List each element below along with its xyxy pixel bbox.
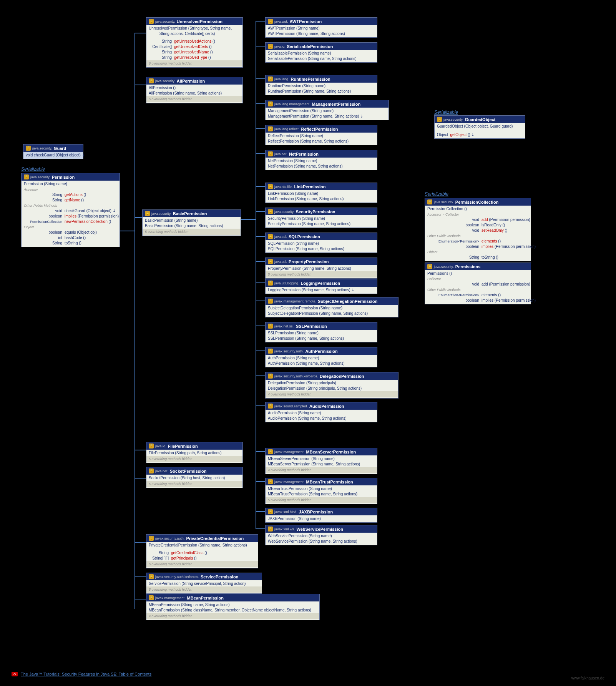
constructor[interactable]: MBeanTrustPermission (String name, Strin… bbox=[266, 492, 377, 497]
class-name[interactable]: ManagementPermission bbox=[312, 102, 361, 106]
constructor[interactable]: LoggingPermission (String name, String a… bbox=[266, 287, 377, 293]
constructor[interactable]: MBeanServerPermission (String name) bbox=[266, 456, 377, 462]
class-name[interactable]: Permissions bbox=[455, 264, 480, 269]
class-name[interactable]: DelegationPermission bbox=[320, 374, 364, 379]
constructor[interactable]: PermissionCollection () bbox=[425, 206, 531, 212]
constructor[interactable]: MBeanServerPermission (String name, Stri… bbox=[266, 462, 377, 467]
constructor[interactable]: AudioPermission (String name) bbox=[266, 410, 377, 416]
constructor[interactable]: FilePermission (String path, String acti… bbox=[146, 450, 242, 456]
constructor[interactable]: DelegationPermission (String principals,… bbox=[266, 386, 398, 391]
class-name[interactable]: SubjectDelegationPermission bbox=[318, 299, 377, 304]
method[interactable]: Certificate[]getUnresolvedCerts () bbox=[146, 44, 242, 50]
class-name[interactable]: PermissionCollection bbox=[455, 200, 498, 204]
constructor[interactable]: MBeanPermission (String name, String act… bbox=[146, 602, 319, 608]
constructor[interactable]: AuthPermission (String name, String acti… bbox=[266, 361, 377, 366]
constructor[interactable]: Permissions () bbox=[425, 271, 531, 276]
footer-link[interactable]: O The Java™ Tutorials: Security Features… bbox=[12, 672, 151, 676]
constructor[interactable]: MBeanTrustPermission (String name) bbox=[266, 486, 377, 492]
constructor[interactable]: WebServicePermission (String name, Strin… bbox=[266, 539, 377, 544]
class-name[interactable]: SSLPermission bbox=[296, 324, 327, 329]
method[interactable]: StringgetUnresolvedType () bbox=[146, 55, 242, 60]
method[interactable]: Enumeration<Permission>elements () bbox=[425, 292, 531, 298]
serializable-label[interactable]: Serializable bbox=[21, 166, 45, 172]
constructor[interactable]: ManagementPermission (String name) bbox=[266, 108, 389, 114]
serializable-label[interactable]: Serializable bbox=[434, 110, 458, 115]
constructor[interactable]: RuntimePermission (String name, String a… bbox=[266, 89, 377, 94]
class-name[interactable]: LinkPermission bbox=[294, 184, 326, 189]
constructor[interactable]: PrivateCredentialPermission (String name… bbox=[146, 543, 258, 548]
constructor[interactable]: SubjectDelegationPermission (String name… bbox=[266, 311, 398, 316]
method[interactable]: StringtoString () bbox=[22, 241, 120, 246]
constructor[interactable]: UnresolvedPermission (String type, Strin… bbox=[146, 26, 242, 37]
class-name[interactable]: MBeanServerPermission bbox=[306, 450, 356, 454]
method[interactable]: booleanequals (Object obj) bbox=[22, 230, 120, 235]
method[interactable]: booleanimplies (Permission permission) bbox=[425, 244, 531, 249]
constructor[interactable]: WebServicePermission (String name) bbox=[266, 533, 377, 539]
class-name[interactable]: BasicPermission bbox=[173, 211, 207, 216]
constructor[interactable]: NetPermission (String name, String actio… bbox=[266, 164, 377, 169]
constructor[interactable]: AudioPermission (String name, String act… bbox=[266, 416, 377, 421]
method[interactable]: StringgetName () bbox=[22, 198, 120, 203]
class-name[interactable]: WebServicePermission bbox=[297, 527, 343, 532]
class-name[interactable]: Permission bbox=[52, 175, 75, 179]
constructor[interactable]: AWTPermission (String name) bbox=[266, 26, 377, 31]
method[interactable]: booleanimplies (Permission permission) bbox=[22, 214, 120, 219]
class-name[interactable]: JAXBPermission bbox=[299, 510, 333, 514]
class-name[interactable]: ReflectPermission bbox=[301, 127, 338, 131]
constructor[interactable]: LinkPermission (String name, String acti… bbox=[266, 196, 377, 202]
class-name[interactable]: RuntimePermission bbox=[291, 77, 330, 81]
constructor[interactable]: MBeanPermission (String className, Strin… bbox=[146, 608, 319, 613]
constructor[interactable]: SSLPermission (String name) bbox=[266, 331, 377, 336]
constructor[interactable]: ReflectPermission (String name, String a… bbox=[266, 139, 377, 144]
constructor[interactable]: SerializablePermission (String name, Str… bbox=[266, 56, 377, 61]
method[interactable]: booleanisReadOnly () bbox=[425, 223, 531, 228]
class-name[interactable]: AuthPermission bbox=[305, 349, 337, 354]
class-name[interactable]: ServicePermission bbox=[201, 575, 238, 579]
class-name[interactable]: PropertyPermission bbox=[289, 259, 329, 264]
constructor[interactable]: AllPermission () bbox=[146, 85, 242, 91]
constructor[interactable]: GuardedObject (Object object, Guard guar… bbox=[435, 124, 525, 129]
method[interactable]: StringgetActions () bbox=[22, 192, 120, 198]
class-name[interactable]: AllPermission bbox=[177, 79, 205, 83]
constructor[interactable]: BasicPermission (String name) bbox=[143, 218, 241, 223]
constructor[interactable]: Permission (String name) bbox=[22, 181, 120, 187]
method[interactable]: void checkGuard (Object object) ⇣ bbox=[23, 153, 83, 158]
serializable-label[interactable]: Serializable bbox=[425, 191, 448, 197]
method[interactable]: booleanimplies (Permission permission) bbox=[425, 298, 531, 303]
constructor[interactable]: SocketPermission (String host, String ac… bbox=[146, 475, 242, 481]
constructor[interactable]: DelegationPermission (String principals) bbox=[266, 380, 398, 386]
constructor[interactable]: SecurityPermission (String name, String … bbox=[266, 221, 377, 227]
method[interactable]: voidadd (Permission permission) bbox=[425, 282, 531, 287]
constructor[interactable]: AuthPermission (String name) bbox=[266, 355, 377, 361]
method[interactable]: Enumeration<Permission>elements () bbox=[425, 239, 531, 244]
footer-link-text[interactable]: The Java™ Tutorials: Security Features i… bbox=[21, 672, 151, 676]
constructor[interactable]: NetPermission (String name) bbox=[266, 158, 377, 164]
class-name[interactable]: NetPermission bbox=[289, 152, 319, 156]
constructor[interactable]: SQLPermission (String name, String actio… bbox=[266, 246, 377, 252]
method[interactable]: StringgetCredentialClass () bbox=[146, 550, 258, 556]
method[interactable]: voidsetReadOnly () bbox=[425, 228, 531, 233]
class-name[interactable]: SQLPermission bbox=[289, 234, 320, 239]
constructor[interactable]: BasicPermission (String name, String act… bbox=[143, 223, 241, 229]
method[interactable]: String[ ][ ]getPrincipals () bbox=[146, 556, 258, 561]
constructor[interactable]: SubjectDelegationPermission (String name… bbox=[266, 306, 398, 311]
constructor[interactable]: RuntimePermission (String name) bbox=[266, 83, 377, 89]
constructor[interactable]: AllPermission (String name, String actio… bbox=[146, 91, 242, 96]
class-name[interactable]: MBeanTrustPermission bbox=[306, 480, 353, 484]
method[interactable]: voidadd (Permission permission) bbox=[425, 217, 531, 223]
method[interactable]: StringgetUnresolvedName () bbox=[146, 50, 242, 55]
class-name[interactable]: AudioPermission bbox=[309, 404, 344, 409]
method[interactable]: StringgetUnresolvedActions () bbox=[146, 39, 242, 44]
class-name[interactable]: MBeanPermission bbox=[187, 596, 224, 600]
class-name[interactable]: SocketPermission bbox=[170, 469, 206, 473]
method[interactable]: PermissionCollectionnewPermissionCollect… bbox=[22, 219, 120, 224]
class-name[interactable]: SecurityPermission bbox=[296, 209, 335, 214]
constructor[interactable]: ReflectPermission (String name) bbox=[266, 133, 377, 139]
constructor[interactable]: SQLPermission (String name) bbox=[266, 241, 377, 246]
constructor[interactable]: PropertyPermission (String name, String … bbox=[266, 266, 377, 271]
constructor[interactable]: SSLPermission (String name, String actio… bbox=[266, 336, 377, 341]
constructor[interactable]: ManagementPermission (String name, Strin… bbox=[266, 114, 389, 119]
class-name[interactable]: GuardedObject bbox=[465, 117, 495, 122]
constructor[interactable]: JAXBPermission (String name) bbox=[266, 516, 377, 522]
constructor[interactable]: ServicePermission (String servicePrincip… bbox=[146, 581, 262, 586]
